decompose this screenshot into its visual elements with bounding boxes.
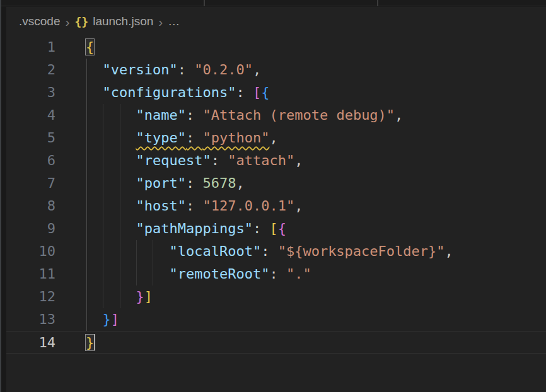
code-token	[86, 84, 103, 100]
code-token: ,	[445, 243, 453, 259]
code-token: "port"	[136, 175, 185, 191]
code-token	[86, 153, 136, 168]
indent-guide	[103, 104, 103, 308]
code-token: :	[211, 153, 228, 168]
code-token: }	[103, 311, 111, 327]
code-line-text: "request": "attach",	[86, 153, 303, 168]
code-line[interactable]: 11 "remoteRoot": "."	[6, 263, 546, 285]
breadcrumb-file[interactable]: launch.json	[93, 14, 153, 28]
code-token: [	[269, 221, 277, 236]
code-token: "remoteRoot"	[169, 266, 269, 282]
code-token: "localRoot"	[169, 243, 261, 259]
code-token: ]	[144, 289, 153, 304]
line-number[interactable]: 8	[6, 195, 55, 217]
code-token: }	[86, 335, 94, 350]
text-cursor	[94, 334, 95, 350]
indent-guide	[120, 104, 120, 308]
code-line[interactable]: 2 "version": "0.2.0",	[6, 59, 546, 81]
code-token: "python"	[202, 130, 269, 146]
line-number[interactable]: 10	[6, 240, 55, 263]
code-line[interactable]: 10 "localRoot": "${workspaceFolder}",	[6, 240, 546, 263]
line-number[interactable]: 4	[6, 104, 55, 127]
code-line-text: }]	[86, 311, 119, 327]
code-token	[86, 289, 136, 304]
line-number[interactable]: 3	[6, 81, 55, 104]
code-token: :	[253, 221, 270, 236]
code-token: ,	[395, 107, 403, 123]
code-line[interactable]: 12 }]	[6, 285, 546, 308]
tab-divider	[377, 0, 378, 6]
code-line[interactable]: 1{	[6, 36, 546, 59]
line-number[interactable]: 14	[6, 331, 55, 354]
code-token	[86, 311, 103, 327]
code-line[interactable]: 4 "name": "Attach (remote debug)",	[6, 104, 546, 127]
indent-guide	[153, 240, 153, 285]
code-line[interactable]: 5 "type": "python",	[6, 127, 546, 149]
code-token: {	[278, 221, 286, 236]
code-line-text: "port": 5678,	[86, 175, 245, 191]
indent-guide	[136, 240, 137, 285]
code-token: "attach"	[228, 153, 294, 168]
code-token	[86, 243, 169, 259]
code-token: :	[186, 130, 203, 146]
code-token: 5678	[202, 175, 236, 191]
tab-divider	[204, 0, 205, 6]
code-line-text: "name": "Attach (remote debug)",	[86, 107, 403, 123]
code-token: "${workspaceFolder}"	[278, 243, 445, 259]
line-number[interactable]: 9	[6, 217, 55, 240]
code-line[interactable]: 13 }]	[6, 308, 546, 331]
code-token: :	[186, 175, 203, 191]
code-token	[86, 107, 136, 123]
code-token: "configurations"	[103, 84, 236, 100]
breadcrumb-folder[interactable]: .vscode	[19, 14, 60, 28]
code-token: :	[269, 266, 286, 282]
code-token: "type"	[136, 130, 185, 146]
code-token: "Attach (remote debug)"	[202, 107, 395, 123]
code-line-text: }	[86, 335, 95, 350]
code-token: ,	[294, 153, 303, 168]
code-line-text: "configurations": [{	[86, 84, 269, 100]
line-number[interactable]: 11	[6, 263, 55, 285]
code-token: "."	[286, 266, 311, 282]
code-token: "host"	[136, 198, 185, 214]
json-file-icon: {}	[74, 15, 88, 28]
code-line-text: "version": "0.2.0",	[86, 62, 261, 78]
breadcrumb: .vscode › {} launch.json › …	[6, 7, 546, 36]
code-line[interactable]: 7 "port": 5678,	[6, 172, 546, 195]
code-token: :	[186, 198, 203, 214]
code-line[interactable]: 9 "pathMappings": [{	[6, 217, 546, 240]
code-token: :	[186, 107, 203, 123]
code-token: "version"	[103, 62, 178, 78]
code-token: "127.0.0.1"	[202, 198, 294, 214]
code-line[interactable]: 3 "configurations": [{	[6, 81, 546, 104]
line-number[interactable]: 13	[6, 308, 55, 331]
code-line-text: "host": "127.0.0.1",	[86, 198, 303, 214]
line-number[interactable]: 12	[6, 285, 55, 308]
code-token: {	[261, 84, 269, 100]
code-line[interactable]: 8 "host": "127.0.0.1",	[6, 195, 546, 217]
editor-pane: .vscode › {} launch.json › … 1{2 "versio…	[6, 7, 546, 392]
code-line-text: "localRoot": "${workspaceFolder}",	[86, 243, 453, 259]
line-number[interactable]: 1	[6, 36, 55, 59]
code-line[interactable]: 6 "request": "attach",	[6, 149, 546, 172]
code-token: :	[178, 62, 195, 78]
indent-guide	[86, 59, 87, 331]
line-number[interactable]: 5	[6, 127, 55, 149]
breadcrumb-symbol-overflow[interactable]: …	[168, 14, 180, 28]
code-token: :	[236, 84, 253, 100]
code-token: ,	[236, 175, 244, 191]
code-token	[86, 266, 169, 282]
line-number[interactable]: 7	[6, 172, 55, 195]
code-token: ,	[269, 130, 277, 146]
code-token	[86, 221, 136, 236]
code-line[interactable]: 14}	[6, 331, 546, 354]
code-token: ]	[111, 311, 119, 327]
code-token: "0.2.0"	[194, 62, 253, 78]
code-token: {	[86, 39, 94, 55]
code-line-text: "pathMappings": [{	[86, 221, 286, 236]
line-number[interactable]: 6	[6, 149, 55, 172]
code-token: ,	[253, 62, 261, 78]
code-area[interactable]: 1{2 "version": "0.2.0",3 "configurations…	[6, 36, 546, 354]
line-number[interactable]: 2	[6, 59, 55, 81]
tab-bar	[1, 0, 546, 6]
